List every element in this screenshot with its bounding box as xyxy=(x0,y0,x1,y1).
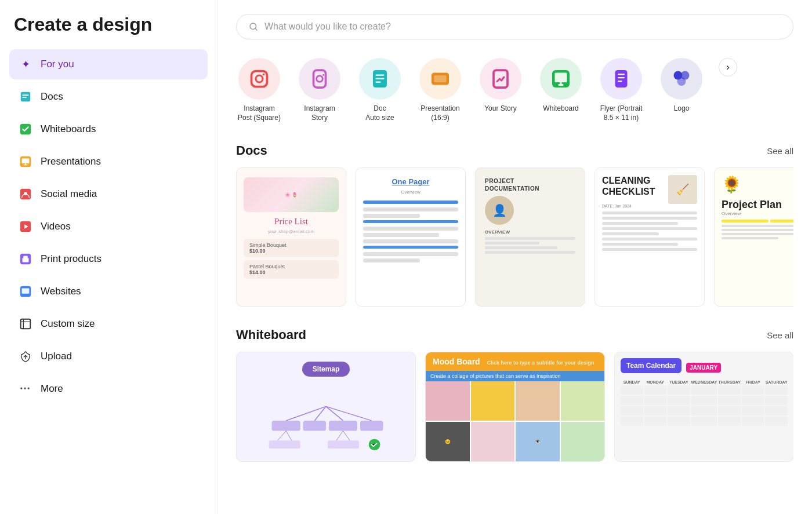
whiteboard-see-all[interactable]: See all xyxy=(767,330,793,340)
team-cal-inner: Team Calendar JANUARY SUNDAY MONDAY TUES… xyxy=(615,352,793,461)
svg-point-37 xyxy=(677,77,686,86)
search-placeholder: What would you like to create? xyxy=(264,21,391,32)
sidebar-item-whiteboards[interactable]: Whiteboards xyxy=(9,114,208,144)
sidebar-item-docs[interactable]: Docs xyxy=(9,82,208,112)
doc-card-price-list[interactable]: 🌸 🌷 Price List your-shop@email.com Simpl… xyxy=(236,167,346,307)
project-plan-subtitle: Overview xyxy=(722,211,793,216)
quick-create-instagram-story[interactable]: Instagram Story xyxy=(296,58,343,122)
cal-cell-6 xyxy=(742,385,764,395)
svg-point-15 xyxy=(250,23,256,30)
team-cal-header: Team Calendar JANUARY xyxy=(621,358,788,377)
upload-icon xyxy=(17,348,34,364)
svg-rect-11 xyxy=(23,256,27,259)
svg-rect-24 xyxy=(376,78,385,79)
doc-card-project-doc[interactable]: PROJECTDOCUMENTATION 👤 OVERVIEW xyxy=(475,167,585,307)
cal-cell-27 xyxy=(742,417,764,426)
search-bar[interactable]: What would you like to create? xyxy=(236,14,793,39)
sidebar-label-social-media: Social media xyxy=(41,188,97,200)
team-cal-month: JANUARY xyxy=(686,363,721,373)
price-entry-1: Simple Bouquet$10.00 xyxy=(244,239,339,257)
sidebar-item-custom-size[interactable]: Custom size xyxy=(9,309,208,339)
cal-cell-19 xyxy=(718,406,741,415)
flyer-label: Flyer (Portrait 8.5 × 11 in) xyxy=(600,104,643,122)
whiteboard-icon-bg xyxy=(540,58,582,100)
sidebar-item-for-you[interactable]: ✦ For you xyxy=(9,49,208,79)
svg-rect-14 xyxy=(21,319,31,329)
custom-size-icon xyxy=(17,316,34,332)
cal-cell-13 xyxy=(742,396,764,405)
wb-card-sitemap[interactable]: Sitemap xyxy=(236,352,416,462)
doc-card-cleaning-checklist[interactable]: CLEANINGCHECKLIST 🧹 DATE: Jun 2024 xyxy=(594,167,705,307)
sparkle-icon: ✦ xyxy=(17,56,34,72)
cal-tue: TUESDAY xyxy=(668,380,690,384)
presentation-icon-bg xyxy=(419,58,461,100)
docs-see-all[interactable]: See all xyxy=(767,146,793,156)
sidebar-label-more: More xyxy=(41,383,63,395)
svg-line-50 xyxy=(336,431,343,441)
mood-grid: 😊 👁️ xyxy=(426,381,604,461)
docs-cards-row: 🌸 🌷 Price List your-shop@email.com Simpl… xyxy=(236,167,793,307)
quick-create-doc[interactable]: Doc Auto size xyxy=(357,58,403,122)
docs-icon xyxy=(17,89,34,105)
whiteboard-section: Whiteboard See all Sitemap xyxy=(236,327,793,462)
quick-create-presentation[interactable]: Presentation (16:9) xyxy=(417,58,463,122)
quick-create-logo[interactable]: Logo xyxy=(658,58,705,114)
cal-cell-11 xyxy=(691,396,717,405)
sidebar: Create a design ✦ For you Docs Whiteboar… xyxy=(0,0,217,514)
instagram-post-icon-bg xyxy=(238,58,280,100)
sidebar-item-videos[interactable]: Videos xyxy=(9,212,208,242)
proj-plan-inner: 🌻 Project Plan Overview xyxy=(715,168,793,306)
price-list-inner: 🌸 🌷 Price List your-shop@email.com Simpl… xyxy=(237,168,346,306)
instagram-post-label: Instagram Post (Square) xyxy=(238,104,281,122)
mood-board-desc: Create a collage of pictures that can se… xyxy=(426,371,604,381)
whiteboards-icon xyxy=(17,121,34,137)
svg-rect-53 xyxy=(342,441,360,449)
sidebar-item-websites[interactable]: Websites xyxy=(9,276,208,307)
doc-card-project-plan[interactable]: 🌻 Project Plan Overview xyxy=(714,167,793,307)
doc-icon-bg xyxy=(359,58,401,100)
cal-cell-22 xyxy=(621,417,643,426)
quick-create-row: Instagram Post (Square) Instagram Story … xyxy=(236,58,793,122)
svg-line-40 xyxy=(326,407,343,421)
sidebar-item-social-media[interactable]: Social media xyxy=(9,179,208,209)
cleaning-checklist-title: CLEANINGCHECKLIST xyxy=(602,175,655,197)
sidebar-item-print-products[interactable]: Print products xyxy=(9,244,208,274)
cal-cell-28 xyxy=(765,417,788,426)
doc-card-one-pager[interactable]: One Pager Overview xyxy=(356,167,466,307)
logo-label: Logo xyxy=(674,104,690,114)
wb-card-mood-board[interactable]: Mood Board Click here to type a subtitle… xyxy=(425,352,605,462)
one-pager-inner: One Pager Overview xyxy=(356,168,465,306)
cal-cell-16 xyxy=(644,406,667,415)
whiteboard-cards-row: Sitemap xyxy=(236,352,793,462)
proj-doc-avatar: 👤 xyxy=(485,196,514,225)
cal-fri: FRIDAY xyxy=(742,380,764,384)
websites-icon xyxy=(17,283,34,300)
sidebar-item-presentations[interactable]: Presentations xyxy=(9,147,208,177)
cal-cell-18 xyxy=(691,406,717,415)
svg-point-20 xyxy=(317,76,323,82)
sidebar-item-upload[interactable]: Upload xyxy=(9,341,208,371)
wb-card-team-calendar[interactable]: Team Calendar JANUARY SUNDAY MONDAY TUES… xyxy=(614,352,793,462)
quick-create-flyer[interactable]: Flyer (Portrait 8.5 × 11 in) xyxy=(598,58,644,122)
quick-create-next-chevron[interactable]: › xyxy=(719,58,737,76)
sidebar-item-more[interactable]: ••• More xyxy=(9,374,208,404)
cal-cell-23 xyxy=(644,417,667,426)
quick-create-whiteboard[interactable]: Whiteboard xyxy=(538,58,584,114)
instagram-story-label: Instagram Story xyxy=(304,104,335,122)
svg-rect-10 xyxy=(23,258,29,262)
svg-rect-19 xyxy=(314,70,326,88)
project-plan-title: Project Plan xyxy=(722,199,793,211)
your-story-label: Your Story xyxy=(484,104,517,114)
svg-point-17 xyxy=(256,75,263,82)
quick-create-your-story[interactable]: Your Story xyxy=(477,58,524,114)
mood-board-subtitle: Click here to type a subtitle for your d… xyxy=(487,360,594,366)
cal-cell-8 xyxy=(621,396,643,405)
svg-rect-25 xyxy=(376,82,381,83)
cal-sat: SATURDAY xyxy=(765,380,788,384)
docs-section-title: Docs xyxy=(236,143,267,158)
instagram-story-icon-bg xyxy=(299,58,340,100)
cal-cell-9 xyxy=(644,396,667,405)
cal-cell-1 xyxy=(621,385,643,395)
whiteboard-section-title: Whiteboard xyxy=(236,327,306,342)
quick-create-instagram-post[interactable]: Instagram Post (Square) xyxy=(236,58,282,122)
